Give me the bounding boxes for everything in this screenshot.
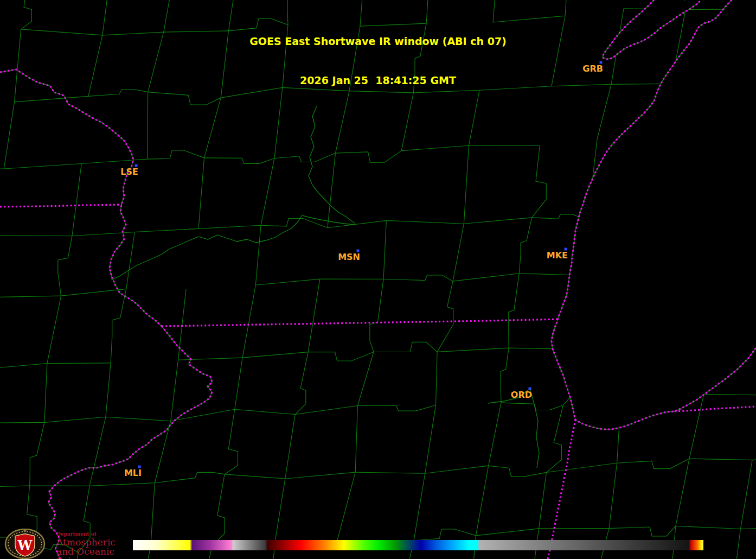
station-markers-layer: GRBLSEMSNMKEORDMLI (120, 61, 603, 479)
image-title: GOES East Shortwave IR window (ABI ch 07… (0, 9, 756, 113)
station-label-MKE: MKE (547, 250, 568, 261)
uw-crest-icon: W (2, 529, 52, 559)
wi-il-border-dotted (162, 319, 560, 326)
station-label-MLI: MLI (124, 468, 142, 478)
mississippi-lower-green (48, 326, 212, 559)
mississippi-lower-dotted (48, 326, 212, 559)
uw-aos-logo: W Department of Atmospheric and Oceanic … (2, 529, 143, 559)
satellite-map-view: GRBLSEMSNMKEORDMLI GOES East Shortwave I… (0, 0, 756, 559)
station-label-LSE: LSE (120, 167, 138, 177)
mn-ia-border-dotted (0, 205, 122, 207)
river-lines-layer (111, 106, 539, 468)
wisconsin-river-upper (309, 106, 355, 224)
title-line-1: GOES East Shortwave IR window (ABI ch 07… (0, 35, 756, 48)
wisconsin-river (111, 215, 355, 280)
logo-text: Department of Atmospheric and Oceanic Sc… (56, 532, 143, 559)
ir-temperature-colorbar (133, 540, 703, 550)
logo-name-line2: and Oceanic Sciences (56, 547, 143, 559)
in-border-east-dotted (675, 406, 756, 411)
svg-text:W: W (17, 537, 33, 553)
station-label-MSN: MSN (338, 252, 360, 262)
station-label-ORD: ORD (511, 390, 532, 400)
il-in-border-dotted (548, 420, 575, 559)
title-line-2: 2026 Jan 25 18:41:25 GMT (0, 74, 756, 87)
logo-dept-label: Department of (56, 532, 143, 537)
